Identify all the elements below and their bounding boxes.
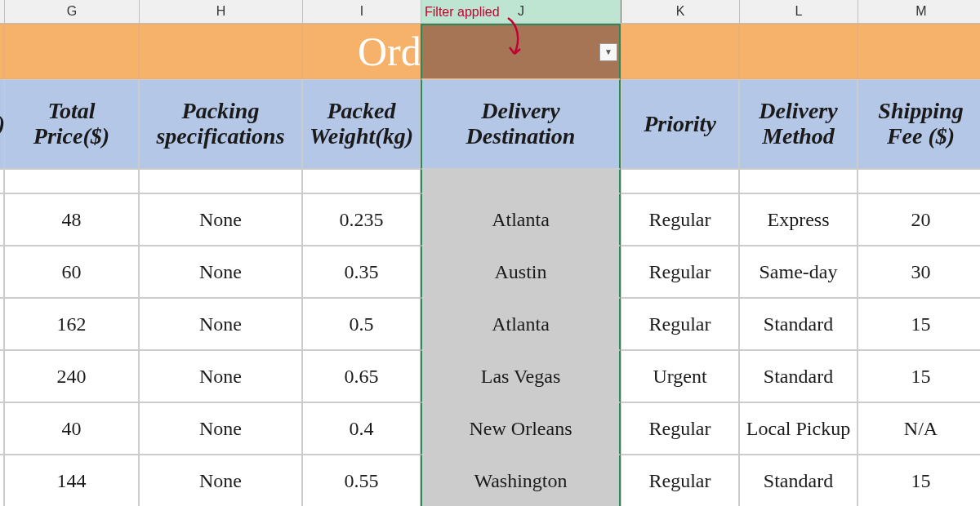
data-cell-M[interactable]: 30: [858, 246, 980, 298]
table-header-packing-spec[interactable]: Packing specifications: [139, 79, 302, 169]
data-cell-J[interactable]: New Orleans: [421, 402, 621, 455]
table-header-priority[interactable]: Priority: [621, 79, 739, 169]
data-cell-J[interactable]: Atlanta: [421, 298, 621, 350]
data-cell-L[interactable]: Standard: [739, 298, 858, 350]
title-cell-G[interactable]: [4, 24, 139, 79]
column-header-I[interactable]: I: [302, 0, 421, 23]
table-row: 40None0.4New OrleansRegularLocal PickupN…: [0, 402, 980, 455]
data-cell-H[interactable]: None: [139, 193, 302, 246]
data-cell-H[interactable]: None: [139, 455, 302, 506]
title-cell-K[interactable]: [621, 24, 739, 79]
column-header-row: G H I J K L M: [0, 0, 980, 24]
title-cell-H[interactable]: [139, 24, 302, 79]
title-cell-L[interactable]: [739, 24, 858, 79]
data-cell-M[interactable]: 20: [858, 193, 980, 246]
table-row: 144None0.55WashingtonRegularStandard15: [0, 455, 980, 506]
column-header-H[interactable]: H: [139, 0, 302, 23]
data-cell-M[interactable]: 15: [858, 455, 980, 506]
blank-row: [0, 169, 980, 193]
column-header-G[interactable]: G: [4, 0, 139, 23]
data-cell-L[interactable]: Same-day: [739, 246, 858, 298]
data-cell-M[interactable]: 15: [858, 298, 980, 350]
data-cell-I[interactable]: 0.55: [302, 455, 421, 506]
data-cell-I[interactable]: 0.65: [302, 350, 421, 402]
data-cell-H[interactable]: None: [139, 298, 302, 350]
data-cell-G[interactable]: 240: [4, 350, 139, 402]
data-cell-M[interactable]: N/A: [858, 402, 980, 455]
data-cell-J[interactable]: Washington: [421, 455, 621, 506]
data-cell-H[interactable]: None: [139, 350, 302, 402]
table-row: 48None0.235AtlantaRegularExpress20: [0, 193, 980, 246]
data-cell-L[interactable]: Local Pickup: [739, 402, 858, 455]
data-cell-G[interactable]: 40: [4, 402, 139, 455]
column-header-J[interactable]: J: [421, 0, 621, 23]
data-cell-I[interactable]: 0.35: [302, 246, 421, 298]
blank-cell[interactable]: [858, 169, 980, 193]
data-cell-L[interactable]: Standard: [739, 350, 858, 402]
blank-cell[interactable]: [621, 169, 739, 193]
data-cell-G[interactable]: 48: [4, 193, 139, 246]
data-cell-K[interactable]: Regular: [621, 455, 739, 506]
autofilter-dropdown-J[interactable]: ▼: [599, 43, 617, 61]
table-row: 162None0.5AtlantaRegularStandard15: [0, 298, 980, 350]
column-header-M[interactable]: M: [858, 0, 980, 23]
table-header-packed-weight[interactable]: Packed Weight(kg): [302, 79, 421, 169]
table-header-shipping-fee[interactable]: Shipping Fee ($): [858, 79, 980, 169]
table-header-row: ) Total Price($) Packing specifications …: [0, 79, 980, 169]
data-cell-I[interactable]: 0.4: [302, 402, 421, 455]
column-header-L[interactable]: L: [739, 0, 858, 23]
blank-cell[interactable]: [4, 169, 139, 193]
data-cell-K[interactable]: Regular: [621, 298, 739, 350]
data-cell-K[interactable]: Urgent: [621, 350, 739, 402]
column-header-K[interactable]: K: [621, 0, 739, 23]
table-header-delivery-method[interactable]: Delivery Method: [739, 79, 858, 169]
data-cell-J[interactable]: Austin: [421, 246, 621, 298]
data-cell-G[interactable]: 162: [4, 298, 139, 350]
blank-cell-J[interactable]: [421, 169, 621, 193]
title-cell-M[interactable]: [858, 24, 980, 79]
data-cell-M[interactable]: 15: [858, 350, 980, 402]
data-cell-L[interactable]: Standard: [739, 455, 858, 506]
data-cell-H[interactable]: None: [139, 246, 302, 298]
data-cell-J[interactable]: Atlanta: [421, 193, 621, 246]
data-cell-K[interactable]: Regular: [621, 246, 739, 298]
sheet-title: Orders: [358, 28, 421, 75]
title-row: Orders ▼: [0, 24, 980, 79]
blank-cell[interactable]: [739, 169, 858, 193]
data-cell-I[interactable]: 0.5: [302, 298, 421, 350]
blank-cell[interactable]: [139, 169, 302, 193]
table-header-delivery-destination[interactable]: Delivery Destination: [421, 79, 621, 169]
title-cell-I[interactable]: Orders: [302, 24, 421, 79]
data-cell-K[interactable]: Regular: [621, 402, 739, 455]
data-cell-J[interactable]: Las Vegas: [421, 350, 621, 402]
data-cell-H[interactable]: None: [139, 402, 302, 455]
data-cell-L[interactable]: Express: [739, 193, 858, 246]
data-cell-I[interactable]: 0.235: [302, 193, 421, 246]
data-cell-K[interactable]: Regular: [621, 193, 739, 246]
chevron-down-icon: ▼: [604, 47, 612, 56]
table-row: 60None0.35AustinRegularSame-day30: [0, 246, 980, 298]
table-row: 240None0.65Las VegasUrgentStandard15: [0, 350, 980, 402]
table-header-total-price[interactable]: Total Price($): [4, 79, 139, 169]
data-cell-G[interactable]: 60: [4, 246, 139, 298]
blank-cell[interactable]: [302, 169, 421, 193]
title-cell-J[interactable]: ▼: [421, 24, 621, 79]
data-cell-G[interactable]: 144: [4, 455, 139, 506]
